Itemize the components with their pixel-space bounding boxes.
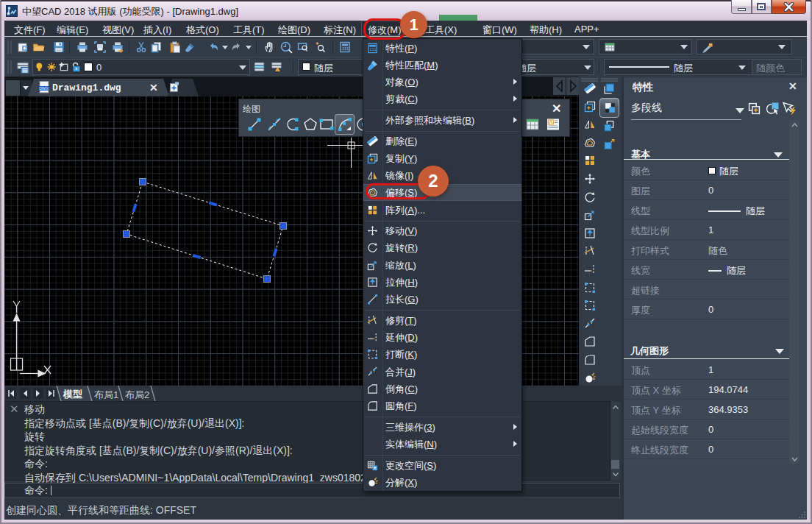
svg-text:DWG: DWG	[39, 86, 48, 91]
